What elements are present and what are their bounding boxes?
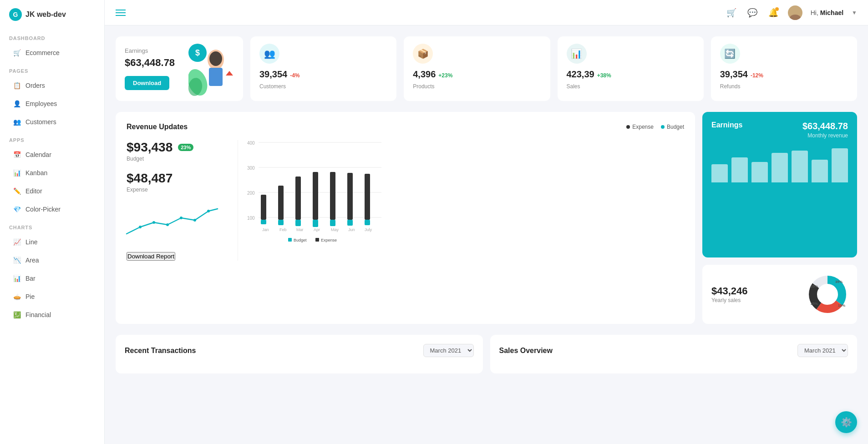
sidebar-item-bar[interactable]: 📊 Bar [4, 270, 101, 287]
transactions-month-select[interactable]: March 2021 [423, 344, 474, 357]
transactions-card: Recent Transactions March 2021 [116, 335, 483, 373]
sidebar-item-customers[interactable]: 👥 Customers [4, 113, 101, 131]
refunds-stat-values: 39,354 -12% [720, 69, 763, 80]
customers-stat-value: 39,354 [259, 69, 287, 80]
download-button[interactable]: Download [125, 76, 169, 90]
mini-bar-3 [751, 162, 768, 182]
cart-icon[interactable]: 🛒 [725, 6, 738, 19]
svg-text:35%: 35% [835, 280, 843, 284]
sales-stat-label: Sales [567, 83, 580, 90]
refunds-stat-icon: 🔄 [720, 44, 740, 64]
svg-rect-3 [209, 68, 223, 86]
calendar-icon: 📅 [13, 151, 21, 159]
sales-overview-header: Sales Overview March 2021 [499, 344, 848, 357]
sidebar-item-calendar[interactable]: 📅 Calendar [4, 146, 101, 163]
products-stat-change: +23% [438, 72, 452, 79]
logo-icon: G [9, 8, 22, 21]
svg-text:25%: 25% [811, 284, 818, 288]
editor-icon: ✏️ [13, 187, 21, 195]
sidebar-label-bar: Bar [25, 275, 36, 282]
sales-stat-value: 423,39 [567, 69, 594, 80]
logo[interactable]: G JK web-dev [0, 0, 104, 29]
svg-point-51 [819, 286, 836, 303]
sidebar-item-editor[interactable]: ✏️ Editor [4, 182, 101, 200]
sidebar-label-ecommerce: Ecommerce [25, 49, 60, 56]
sales-overview-month-select[interactable]: March 2021 [797, 344, 848, 357]
sidebar-label-line: Line [25, 238, 37, 246]
sidebar-label-kanban: Kanban [25, 169, 47, 177]
sidebar-item-line[interactable]: 📈 Line [4, 233, 101, 251]
stat-card-refunds: 🔄 39,354 -12% Refunds [711, 36, 857, 101]
svg-rect-30 [330, 172, 335, 220]
notification-icon[interactable]: 🔔 [767, 6, 780, 19]
svg-text:Mar: Mar [296, 227, 304, 232]
sidebar-item-ecommerce[interactable]: 🛒 Ecommerce [4, 44, 101, 61]
sidebar-label-editor: Editor [25, 187, 42, 195]
sidebar-label-customers: Customers [25, 118, 56, 126]
sidebar-label-financial: Financial [25, 311, 51, 318]
hamburger-menu[interactable] [116, 10, 126, 16]
topbar: 🛒 💬 🔔 Hi, Michael ▼ [105, 0, 868, 25]
sales-overview-title: Sales Overview [499, 347, 553, 355]
sales-stat-change: +38% [597, 72, 611, 79]
stats-row: Earnings $63,448.78 Download $ [116, 36, 857, 101]
svg-text:Feb: Feb [279, 227, 287, 232]
mini-bar-6 [812, 160, 828, 182]
sidebar-item-area[interactable]: 📉 Area [4, 252, 101, 269]
legend-expense: Expense [626, 124, 654, 130]
revenue-metrics-section: $93,438 23% Budget $48,487 Expense [127, 140, 227, 261]
svg-rect-26 [295, 177, 301, 220]
svg-text:July: July [365, 227, 372, 232]
mini-bar-5 [792, 151, 808, 182]
yearly-label: Yearly sales [711, 297, 748, 303]
avatar[interactable] [788, 5, 802, 20]
svg-rect-34 [365, 174, 370, 220]
svg-text:May: May [331, 227, 339, 232]
employees-icon: 👤 [13, 100, 21, 108]
stat-card-customers: 👥 39,354 -4% Customers [250, 36, 396, 101]
svg-rect-43 [288, 238, 292, 242]
fab-settings[interactable]: ⚙️ [835, 411, 857, 433]
sidebar-item-orders[interactable]: 📋 Orders [4, 77, 101, 94]
yearly-value: $43,246 [711, 285, 748, 297]
download-report-button[interactable]: Download Report [127, 252, 175, 261]
sidebar-item-employees[interactable]: 👤 Employees [4, 95, 101, 112]
svg-rect-33 [347, 220, 353, 226]
customers-stat-change: -4% [290, 72, 299, 79]
bar-chart: 400 300 200 100 [247, 140, 384, 249]
sidebar-label-pie: Pie [25, 293, 35, 300]
refunds-stat-label: Refunds [720, 83, 741, 90]
svg-text:15%: 15% [838, 303, 845, 308]
svg-rect-28 [313, 172, 318, 220]
topbar-right: 🛒 💬 🔔 Hi, Michael ▼ [725, 5, 857, 20]
sidebar-item-color-picker[interactable]: 💎 Color-Picker [4, 201, 101, 218]
section-charts: CHARTS [0, 218, 104, 233]
legend-budget: Budget [661, 124, 684, 130]
svg-marker-7 [226, 71, 233, 76]
expense-label: Expense [127, 187, 227, 193]
et-amount-section: $63,448.78 Monthly revenue [802, 121, 848, 139]
donut-chart: 25% 35% 25% 15% [807, 274, 848, 315]
chat-icon[interactable]: 💬 [746, 6, 759, 19]
mini-bar-4 [772, 153, 788, 182]
products-stat-icon: 📦 [413, 44, 433, 64]
logo-text: JK web-dev [25, 10, 66, 19]
stat-card-products: 📦 4,396 +23% Products [404, 36, 550, 101]
right-column: Earnings $63,448.78 Monthly revenue [702, 112, 857, 324]
et-subtitle: Monthly revenue [802, 132, 848, 139]
svg-rect-25 [278, 220, 284, 225]
stat-card-sales: 📊 423,39 +38% Sales [558, 36, 704, 101]
transactions-title: Recent Transactions [125, 347, 196, 355]
sidebar-item-kanban[interactable]: 📊 Kanban [4, 164, 101, 182]
sidebar-item-pie[interactable]: 🥧 Pie [4, 288, 101, 305]
section-dashboard: DASHBOARD [0, 29, 104, 44]
sidebar-item-financial[interactable]: 💹 Financial [4, 306, 101, 323]
svg-point-13 [207, 210, 210, 212]
sidebar-label-calendar: Calendar [25, 151, 51, 158]
expense-value: $48,487 [127, 171, 227, 186]
dropdown-arrow[interactable]: ▼ [852, 10, 857, 16]
budget-dot [661, 125, 665, 129]
customers-stat-label: Customers [259, 83, 286, 90]
customers-stat-icon: 👥 [259, 44, 279, 64]
products-stat-label: Products [413, 83, 434, 90]
